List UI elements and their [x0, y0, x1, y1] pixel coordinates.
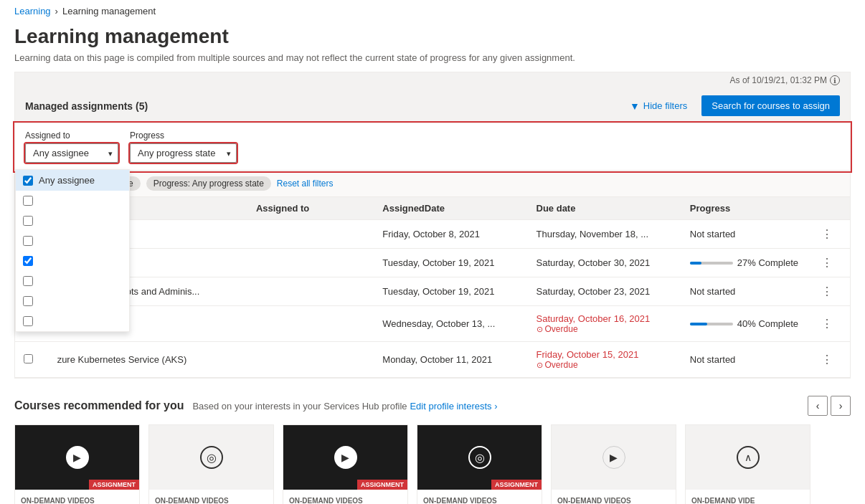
rec-card-type: ON-DEMAND VIDEOS — [155, 497, 229, 504]
row-more-icon[interactable]: ⋮ — [821, 285, 833, 298]
row-assigned-to — [247, 220, 374, 249]
dropdown-item-1[interactable] — [16, 191, 129, 211]
dropdown-item-4[interactable] — [16, 251, 129, 271]
filter-row: Assigned to Any assignee Progress Any pr… — [25, 130, 840, 163]
assignments-title: Managed assignments (5) — [25, 100, 148, 112]
dropdown-item-2[interactable] — [16, 211, 129, 231]
any-assignee-checkbox[interactable] — [23, 176, 33, 186]
assignee-4-checkbox[interactable] — [23, 256, 33, 266]
row-actions[interactable]: ⋮ — [813, 249, 850, 277]
breadcrumb: Learning › Learning management — [0, 0, 865, 22]
row-more-icon[interactable]: ⋮ — [821, 353, 833, 366]
col-header-progress: Progress — [681, 197, 813, 220]
dropdown-item-any-assignee[interactable]: Any assignee — [16, 170, 129, 191]
col-header-assigneddate: AssignedDate — [374, 197, 527, 220]
assigned-to-select[interactable]: Any assignee — [25, 143, 118, 163]
progress-select[interactable]: Any progress state — [130, 143, 237, 163]
row-actions[interactable]: ⋮ — [813, 220, 850, 249]
row-due-date: Saturday, October 23, 2021 — [528, 277, 681, 306]
edit-profile-link[interactable]: Edit profile interests › — [410, 401, 497, 412]
rec-card[interactable]: ◎ ON-DEMAND VIDEOS — [417, 424, 542, 504]
rec-card[interactable]: ▶ ON-DEMAND VIDEOS — [283, 424, 408, 504]
breadcrumb-learning-link[interactable]: Learning — [14, 6, 51, 16]
row-assigned-to — [247, 249, 374, 277]
progress-filter: Progress Any progress state — [130, 130, 237, 163]
table-row: Friday, October 8, 2021 Thursday, Novemb… — [15, 220, 850, 249]
recommendations-header: Courses recommended for you Based on you… — [14, 396, 851, 416]
dropdown-item-6[interactable] — [16, 291, 129, 311]
row-assigned-date: Monday, October 11, 2021 — [374, 342, 527, 378]
table-row: zure Kubernetes Service (AKS) Monday, Oc… — [15, 342, 850, 378]
assigned-to-filter: Assigned to Any assignee — [25, 130, 118, 163]
info-icon[interactable]: ℹ — [830, 75, 840, 85]
video-icon: ▶ — [334, 446, 357, 469]
row-progress: Not started — [681, 277, 813, 306]
row-due-date: Saturday, October 16, 2021 ⊙ Overdue — [528, 306, 681, 342]
as-of-text: As of 10/19/21, 01:32 PM — [730, 75, 827, 85]
row-actions[interactable]: ⋮ — [813, 342, 850, 378]
overdue-icon: ⊙ — [537, 361, 543, 370]
any-assignee-label: Any assignee — [39, 175, 95, 186]
rec-card[interactable]: ∧ ON-DEMAND VIDE — [685, 424, 810, 504]
row-progress: 40% Complete — [681, 306, 813, 342]
rec-next-button[interactable]: › — [831, 396, 851, 416]
rec-prev-button[interactable]: ‹ — [808, 396, 828, 416]
assignee-1-checkbox[interactable] — [23, 196, 33, 206]
assignments-top-row: As of 10/19/21, 01:32 PM ℹ — [15, 72, 850, 88]
table-row: Manager: Concepts and Adminis... Tuesday… — [15, 277, 850, 306]
rec-subtitle: Based on your interests in your Services… — [192, 401, 407, 412]
breadcrumb-current: Learning management — [62, 6, 156, 16]
due-date-overdue: Saturday, October 16, 2021 — [537, 313, 673, 324]
dropdown-item-5[interactable] — [16, 271, 129, 291]
hide-filters-button[interactable]: ▼ Hide filters — [624, 97, 693, 115]
progress-label: Progress — [130, 130, 237, 141]
assignments-table-container: Assigned to AssignedDate Due date Progre… — [15, 197, 850, 378]
row-checkbox[interactable] — [24, 354, 33, 363]
table-body: Friday, October 8, 2021 Thursday, Novemb… — [15, 220, 850, 378]
row-actions[interactable]: ⋮ — [813, 277, 850, 306]
row-more-icon[interactable]: ⋮ — [821, 318, 833, 330]
overdue-icon: ⊙ — [537, 325, 543, 334]
assignee-7-checkbox[interactable] — [23, 316, 33, 326]
row-more-icon[interactable]: ⋮ — [821, 228, 833, 240]
rec-card-type: ON-DEMAND VIDEOS — [21, 497, 95, 504]
video-icon: ▶ — [602, 446, 625, 469]
row-due-date: Saturday, October 30, 2021 — [528, 249, 681, 277]
rec-card[interactable]: ◎ ON-DEMAND VIDEOS — [148, 424, 274, 504]
rec-card-type: ON-DEMAND VIDEOS — [289, 497, 363, 504]
page-header: Learning management Learning data on thi… — [0, 22, 865, 72]
table-row: onnect Tuesday, October 19, 2021 Saturda… — [15, 249, 850, 277]
progress-dropdown[interactable]: Any progress state — [130, 143, 237, 163]
row-assigned-date: Tuesday, October 19, 2021 — [374, 277, 527, 306]
rec-card[interactable]: ▶ ON-DEMAND VIDEOS — [14, 424, 140, 504]
assigned-to-dropdown[interactable]: Any assignee — [25, 143, 118, 163]
row-checkbox-cell — [15, 342, 49, 378]
progress-bar-bg — [690, 323, 733, 325]
search-courses-button[interactable]: Search for courses to assign — [701, 95, 840, 116]
rec-card[interactable]: ▶ ON-DEMAND VIDEOS — [551, 424, 676, 504]
progress-bar-wrap: 27% Complete — [690, 257, 805, 268]
row-due-date: Thursday, November 18, ... — [528, 220, 681, 249]
row-assigned-date: Tuesday, October 19, 2021 — [374, 249, 527, 277]
row-assigned-date: Friday, October 8, 2021 — [374, 220, 527, 249]
breadcrumb-separator: › — [55, 6, 58, 16]
assignee-2-checkbox[interactable] — [23, 216, 33, 226]
assignments-table: Assigned to AssignedDate Due date Progre… — [15, 197, 850, 378]
assignee-6-checkbox[interactable] — [23, 296, 33, 306]
progress-bar-fill — [690, 262, 701, 265]
assignee-5-checkbox[interactable] — [23, 276, 33, 286]
row-more-icon[interactable]: ⋮ — [821, 257, 833, 269]
dropdown-item-3[interactable] — [16, 231, 129, 251]
rec-nav: ‹ › — [808, 396, 851, 416]
assignee-3-checkbox[interactable] — [23, 236, 33, 246]
reset-filters-link[interactable]: Reset all filters — [277, 179, 334, 189]
filter-tag-progress: Progress: Any progress state — [146, 176, 271, 191]
dropdown-item-7[interactable] — [16, 311, 129, 331]
recommendations-section: Courses recommended for you Based on you… — [14, 396, 851, 504]
globe-icon: ◎ — [468, 446, 491, 469]
due-date-overdue: Friday, October 15, 2021 — [537, 349, 673, 360]
row-actions[interactable]: ⋮ — [813, 306, 850, 342]
overdue-label: Overdue — [545, 324, 578, 334]
rec-card-type: ON-DEMAND VIDEOS — [557, 497, 631, 504]
filter-area: Assigned to Any assignee Progress Any pr… — [15, 123, 850, 171]
